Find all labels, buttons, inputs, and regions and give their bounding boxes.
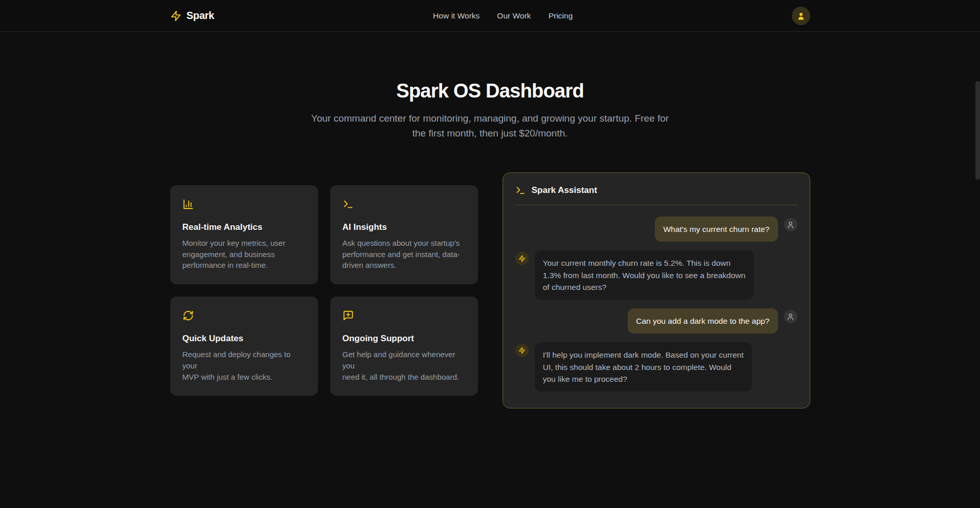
user-bubble: What's my current churn rate? <box>655 217 777 242</box>
message-square-plus-icon <box>343 310 466 321</box>
assistant-bubble: Your current monthly churn rate is 5.2%.… <box>535 250 754 300</box>
terminal-icon <box>515 185 526 196</box>
zap-icon <box>170 10 182 22</box>
feature-description: Request and deploy changes to your MVP w… <box>183 349 306 382</box>
content-row: Real-time Analytics Monitor your key met… <box>162 172 818 408</box>
chat-message-assistant: I'll help you implement dark mode. Based… <box>515 342 797 392</box>
brand-logo[interactable]: Spark <box>170 10 214 22</box>
page-subtitle: Your command center for monitoring, mana… <box>0 111 980 141</box>
user-icon <box>796 11 806 21</box>
chat-message-assistant: Your current monthly churn rate is 5.2%.… <box>515 250 797 300</box>
page-scrollbar-thumb[interactable] <box>975 81 980 180</box>
feature-title: AI Insights <box>343 222 466 232</box>
assistant-panel-header: Spark Assistant <box>515 185 797 205</box>
top-nav-bar: Spark How it Works Our Work Pricing <box>0 0 980 32</box>
feature-description: Get help and guidance whenever you need … <box>343 349 466 382</box>
nav-link-how-it-works[interactable]: How it Works <box>433 11 479 21</box>
feature-card-ongoing-support: Ongoing Support Get help and guidance wh… <box>330 297 478 396</box>
feature-card-quick-updates: Quick Updates Request and deploy changes… <box>170 297 318 396</box>
nav-link-our-work[interactable]: Our Work <box>497 11 531 21</box>
user-avatar <box>784 310 797 323</box>
assistant-avatar-zap-icon <box>515 344 529 357</box>
account-avatar-button[interactable] <box>792 7 810 25</box>
feature-title: Ongoing Support <box>343 334 466 344</box>
feature-description: Monitor your key metrics, user engagemen… <box>183 238 306 271</box>
feature-title: Quick Updates <box>183 334 306 344</box>
spark-assistant-panel: Spark Assistant What's my current churn … <box>503 172 810 408</box>
chat-messages: What's my current churn rate? Your curre… <box>515 217 797 396</box>
main-nav: How it Works Our Work Pricing <box>433 11 572 21</box>
page-title: Spark OS Dashboard <box>0 80 980 102</box>
user-avatar <box>784 218 797 231</box>
chat-message-user: What's my current churn rate? <box>515 217 797 242</box>
chat-message-user: Can you add a dark mode to the app? <box>515 308 797 334</box>
feature-card-realtime-analytics: Real-time Analytics Monitor your key met… <box>170 185 318 284</box>
bar-chart-icon <box>183 199 306 210</box>
feature-card-ai-insights: AI Insights Ask questions about your sta… <box>330 185 478 284</box>
user-bubble: Can you add a dark mode to the app? <box>628 308 777 334</box>
hero-section: Spark OS Dashboard Your command center f… <box>0 80 980 141</box>
assistant-avatar-zap-icon <box>515 252 529 265</box>
terminal-icon <box>343 199 466 210</box>
assistant-panel-title: Spark Assistant <box>532 185 597 196</box>
assistant-bubble: I'll help you implement dark mode. Based… <box>535 342 752 392</box>
feature-title: Real-time Analytics <box>183 222 306 232</box>
brand-name: Spark <box>187 10 214 22</box>
nav-link-pricing[interactable]: Pricing <box>548 11 572 21</box>
feature-grid: Real-time Analytics Monitor your key met… <box>170 185 478 396</box>
feature-description: Ask questions about your startup's perfo… <box>343 238 466 271</box>
refresh-icon <box>183 310 306 321</box>
